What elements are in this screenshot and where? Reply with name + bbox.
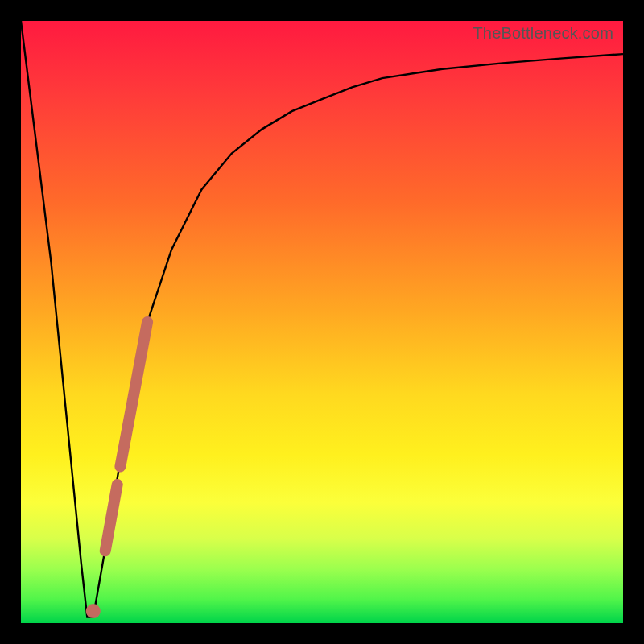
highlight-segment-0 — [105, 485, 118, 551]
chart-frame: TheBottleneck.com — [0, 0, 644, 644]
curve-overlay — [21, 21, 623, 623]
plot-area: TheBottleneck.com — [21, 21, 623, 623]
highlight-segment-1 — [120, 322, 147, 467]
highlight-point-0 — [86, 604, 101, 618]
